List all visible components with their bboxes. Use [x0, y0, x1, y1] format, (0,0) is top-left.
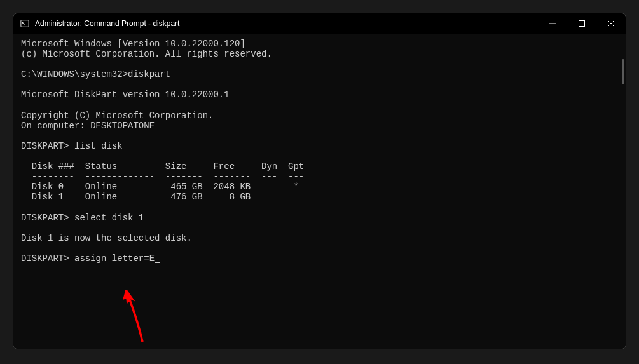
window-title: Administrator: Command Prompt - diskpart [35, 19, 538, 28]
prompt-prefix: DISKPART> [21, 253, 74, 264]
table-header: Disk ### Status Size Free Dyn Gpt [21, 161, 304, 172]
close-button[interactable] [596, 13, 626, 34]
output-line: Microsoft DiskPart version 10.0.22000.1 [21, 90, 230, 100]
titlebar[interactable]: Administrator: Command Prompt - diskpart [13, 13, 626, 34]
output-line: On computer: DESKTOPATONE [21, 121, 155, 131]
output-line: Microsoft Windows [Version 10.0.22000.12… [21, 39, 245, 49]
maximize-button[interactable] [567, 13, 596, 34]
scrollbar-thumb[interactable] [622, 59, 624, 84]
cmd-icon [20, 18, 30, 29]
output-line: Disk 1 is now the selected disk. [21, 233, 192, 243]
current-command: assign letter=E [74, 253, 155, 264]
table-row: Disk 0 Online 465 GB 2048 KB * [21, 182, 299, 192]
minimize-button[interactable] [538, 13, 567, 34]
terminal-output[interactable]: Microsoft Windows [Version 10.0.22000.12… [13, 34, 626, 349]
output-line: Copyright (C) Microsoft Corporation. [21, 111, 213, 121]
prompt-line: C:\WINDOWS\system32>diskpart [21, 69, 170, 79]
svg-rect-0 [21, 20, 29, 27]
terminal-window: Administrator: Command Prompt - diskpart… [13, 13, 626, 349]
table-divider: -------- ------------- ------- ------- -… [21, 172, 304, 182]
table-row: Disk 1 Online 476 GB 8 GB [21, 192, 251, 202]
text-cursor [155, 262, 160, 263]
window-controls [538, 13, 626, 34]
output-line: (c) Microsoft Corporation. All rights re… [21, 49, 272, 59]
svg-rect-3 [579, 21, 585, 27]
prompt-line: DISKPART> list disk [21, 141, 123, 151]
prompt-line: DISKPART> select disk 1 [21, 213, 144, 223]
